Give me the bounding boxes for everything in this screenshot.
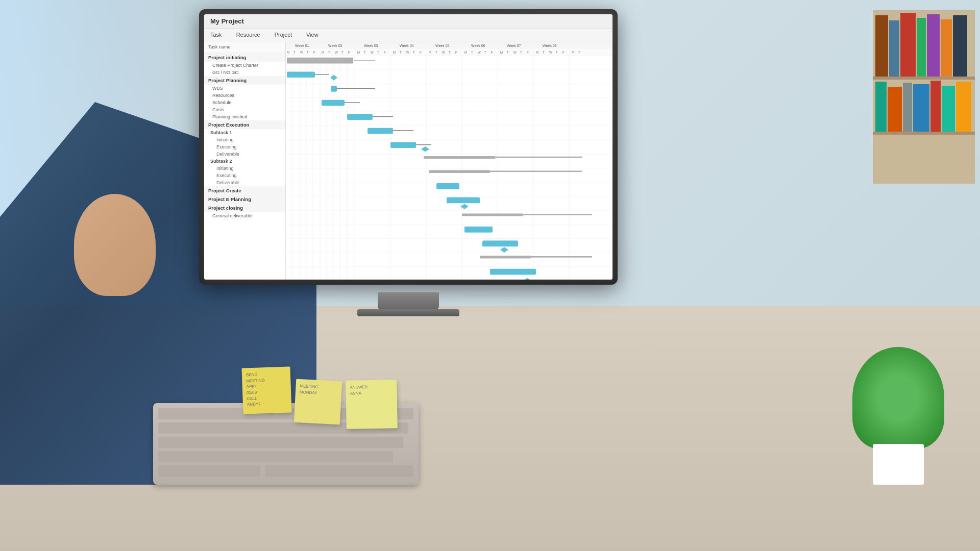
svg-text:Week 05: Week 05 [435, 43, 449, 47]
svg-text:F: F [420, 51, 422, 54]
subgroup-subtask2[interactable]: Subtask 2 [204, 158, 285, 165]
svg-text:T: T [507, 51, 509, 54]
svg-rect-115 [322, 100, 345, 106]
task-wbs[interactable]: WBS [204, 85, 285, 92]
group-create[interactable]: Project Create [204, 186, 285, 195]
column-header: Task name [204, 41, 285, 53]
svg-text:Week 04: Week 04 [400, 43, 413, 47]
svg-rect-8 [889, 20, 899, 77]
svg-text:M: M [572, 51, 574, 54]
svg-text:W: W [442, 51, 445, 54]
svg-text:T: T [449, 51, 451, 54]
svg-text:W: W [406, 51, 409, 54]
menu-project[interactable]: Project [273, 31, 294, 39]
task-s1-initiating[interactable]: Initiating [204, 136, 285, 143]
app-content: Task name Project initiating Create Proj… [204, 41, 612, 280]
svg-text:W: W [513, 51, 517, 54]
svg-rect-21 [956, 82, 971, 133]
svg-text:W: W [335, 51, 338, 54]
svg-rect-14 [873, 77, 975, 80]
svg-text:T: T [400, 51, 402, 54]
group-execution[interactable]: Project Execution [204, 120, 285, 129]
task-go-no-go[interactable]: GO / NO GO [204, 69, 285, 76]
task-sidebar: Task name Project initiating Create Proj… [204, 41, 286, 280]
task-s2-executing[interactable]: Executing [204, 172, 285, 179]
svg-text:M: M [429, 51, 431, 54]
svg-text:M: M [322, 51, 324, 54]
svg-rect-138 [490, 269, 536, 275]
svg-text:T: T [377, 51, 379, 54]
sticky-note-1: SEND MEETING APPT 01/03 CALL ANDY? [241, 366, 291, 414]
plant [847, 342, 949, 485]
svg-rect-20 [942, 86, 955, 133]
svg-rect-16 [888, 87, 902, 133]
menu-task[interactable]: Task [208, 31, 224, 39]
svg-text:W: W [549, 51, 552, 54]
svg-text:T: T [543, 51, 545, 54]
svg-text:T: T [520, 51, 522, 54]
svg-text:T: T [484, 51, 486, 54]
svg-rect-134 [482, 241, 518, 247]
monitor-screen: My Project Task Resource Project View Ta… [204, 14, 612, 280]
task-resources[interactable]: Resources [204, 92, 285, 99]
svg-rect-129 [447, 197, 480, 204]
svg-rect-133 [464, 227, 493, 233]
svg-text:F: F [491, 51, 493, 54]
app-titlebar: My Project [204, 14, 612, 29]
task-s2-deliverable[interactable]: Deliverable [204, 179, 285, 186]
task-s1-deliverable[interactable]: Deliverable [204, 151, 285, 158]
svg-text:M: M [357, 51, 360, 54]
gantt-chart-area: Week 01 Week 02 Week 03 Week 04 Week 05 … [286, 41, 612, 280]
bookshelf [868, 0, 980, 194]
svg-text:Week 08: Week 08 [543, 43, 556, 47]
svg-rect-15 [875, 82, 887, 133]
svg-rect-11 [927, 14, 940, 77]
subgroup-subtask1[interactable]: Subtask 1 [204, 129, 285, 136]
group-initiating[interactable]: Project initiating [204, 53, 285, 62]
monitor: My Project Task Resource Project View Ta… [199, 9, 618, 295]
svg-text:F: F [455, 51, 457, 54]
svg-rect-4 [158, 465, 260, 477]
svg-rect-136 [480, 256, 531, 258]
task-general-deliverable[interactable]: General deliverable [204, 212, 285, 219]
svg-rect-124 [424, 156, 495, 159]
svg-text:F: F [562, 51, 565, 54]
group-e-planning[interactable]: Project E Planning [204, 195, 285, 204]
svg-text:M: M [500, 51, 503, 54]
svg-text:M: M [287, 51, 289, 54]
svg-rect-5 [265, 465, 413, 477]
svg-text:T: T [413, 51, 415, 54]
svg-text:Week 03: Week 03 [364, 43, 378, 47]
svg-text:M: M [464, 51, 467, 54]
task-s1-executing[interactable]: Executing [204, 143, 285, 151]
svg-text:F: F [527, 51, 529, 54]
monitor-frame: My Project Task Resource Project View Ta… [199, 9, 618, 285]
svg-rect-17 [903, 83, 912, 133]
svg-text:F: F [348, 51, 350, 54]
svg-text:W: W [371, 51, 374, 54]
menu-resource[interactable]: Resource [234, 31, 262, 39]
monitor-stand-base [357, 309, 459, 316]
svg-rect-13 [953, 15, 967, 77]
svg-rect-117 [347, 114, 373, 120]
group-planning[interactable]: Project Planning [204, 76, 285, 85]
svg-rect-131 [462, 214, 523, 216]
svg-text:T: T [364, 51, 366, 54]
task-schedule[interactable]: Schedule [204, 99, 285, 106]
group-closing[interactable]: Project closing [204, 204, 285, 212]
task-planning-finished[interactable]: Planning finished [204, 113, 285, 120]
task-create-charter[interactable]: Create Project Charter [204, 62, 285, 69]
task-s2-initiating[interactable]: Initiating [204, 165, 285, 172]
svg-text:F: F [313, 51, 315, 54]
svg-rect-121 [390, 142, 416, 148]
app-menubar: Task Resource Project View [204, 29, 612, 41]
svg-text:M: M [393, 51, 396, 54]
svg-rect-18 [913, 84, 929, 133]
menu-view[interactable]: View [304, 31, 321, 39]
svg-text:T: T [293, 51, 296, 54]
svg-text:T: T [471, 51, 473, 54]
svg-rect-110 [287, 71, 315, 78]
svg-text:T: T [556, 51, 558, 54]
task-costs[interactable]: Costs [204, 106, 285, 113]
svg-rect-113 [331, 86, 337, 92]
